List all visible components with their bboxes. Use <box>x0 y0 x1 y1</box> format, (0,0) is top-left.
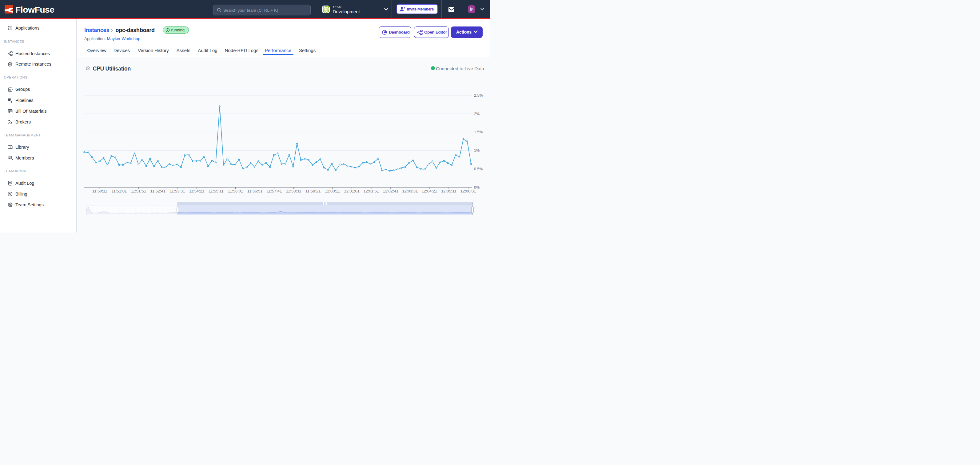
svg-text:12:03:31: 12:03:31 <box>402 189 418 193</box>
svg-text:11:59:21: 11:59:21 <box>305 189 321 193</box>
svg-text:11:52:41: 11:52:41 <box>150 189 166 193</box>
svg-text:1%: 1% <box>474 149 480 153</box>
svg-text:0.5%: 0.5% <box>474 167 483 171</box>
svg-text:11:55:11: 11:55:11 <box>208 189 224 193</box>
svg-text:1.5%: 1.5% <box>474 130 483 134</box>
svg-text:12:01:01: 12:01:01 <box>344 189 360 193</box>
svg-text:12:01:51: 12:01:51 <box>364 189 379 193</box>
svg-text:11:54:21: 11:54:21 <box>189 189 205 193</box>
svg-text:11:58:31: 11:58:31 <box>286 189 301 193</box>
svg-text:11:51:51: 11:51:51 <box>131 189 146 193</box>
svg-text:12:00:11: 12:00:11 <box>325 189 340 193</box>
svg-text:11:56:01: 11:56:01 <box>228 189 243 193</box>
svg-text:11:57:41: 11:57:41 <box>267 189 282 193</box>
svg-text:11:50:11: 11:50:11 <box>92 189 107 193</box>
svg-text:12:05:11: 12:05:11 <box>441 189 457 193</box>
svg-text:12:04:21: 12:04:21 <box>422 189 438 193</box>
svg-text:12:06:01: 12:06:01 <box>460 189 476 193</box>
svg-text:11:53:31: 11:53:31 <box>170 189 185 193</box>
svg-text:11:56:51: 11:56:51 <box>247 189 262 193</box>
svg-text:11:51:01: 11:51:01 <box>111 189 127 193</box>
svg-text:2.5%: 2.5% <box>474 93 483 97</box>
svg-text:12:02:41: 12:02:41 <box>383 189 399 193</box>
svg-text:2%: 2% <box>474 112 480 116</box>
